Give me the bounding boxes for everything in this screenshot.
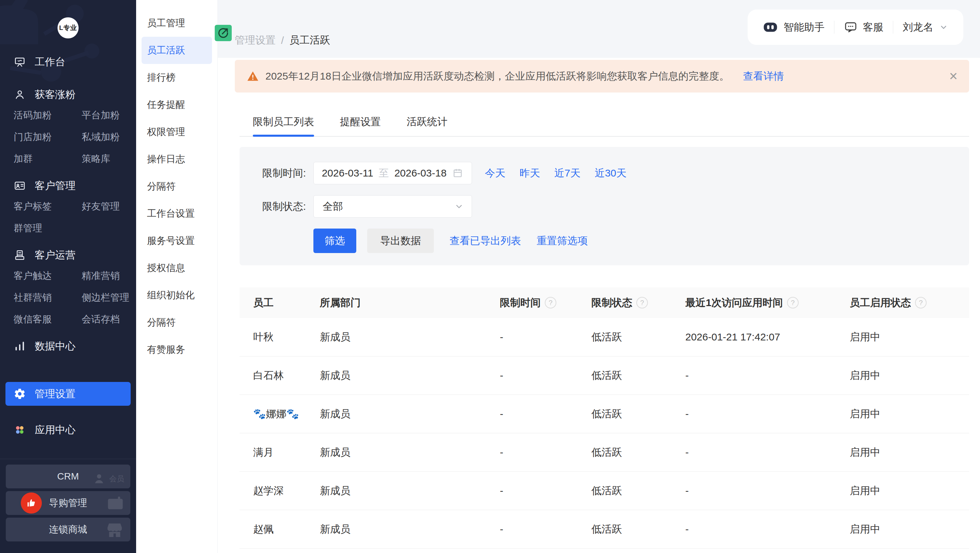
table-cell: - [685,523,850,535]
sidebar-subitem-客户触达[interactable]: 客户触达 [14,271,82,281]
quick-range-近30天[interactable]: 近30天 [595,166,627,180]
sidebar-subgroup: 活码加粉平台加粉门店加粉私域加粉加群策略库 [0,111,136,164]
sidebar-subitem-活码加粉[interactable]: 活码加粉 [14,111,82,120]
primary-nav: 工作台获客涨粉活码加粉平台加粉门店加粉私域加粉加群策略库客户管理客户标签好友管理… [0,38,136,442]
sidebar-item-客户管理[interactable]: 客户管理 [0,174,136,198]
submenu-item-任务提醒[interactable]: 任务提醒 [136,91,218,118]
sidebar-card-导购管理[interactable]: 导购管理 [6,491,130,515]
chevron-down-icon [454,201,464,211]
open-external-badge[interactable] [215,25,232,41]
submenu-item-有赞服务[interactable]: 有赞服务 [136,336,218,363]
submenu-item-组织初始化[interactable]: 组织初始化 [136,281,218,309]
sidebar-item-应用中心[interactable]: 应用中心 [0,418,136,442]
sidebar-item-label: 获客涨粉 [35,88,76,102]
date-range-input[interactable]: 2026-03-11 至 2026-03-18 [313,162,472,184]
filter-button[interactable]: 筛选 [313,229,356,253]
reset-filters-link[interactable]: 重置筛选项 [537,234,588,248]
breadcrumb-parent[interactable]: 管理设置 [235,33,275,47]
help-icon[interactable]: ? [545,297,556,308]
store-icon [105,520,124,539]
quick-range-昨天[interactable]: 昨天 [520,166,540,180]
table-cell: 启用中 [850,330,969,344]
sidebar-item-获客涨粉[interactable]: 获客涨粉 [0,83,136,106]
help-icon[interactable]: ? [915,297,927,308]
sidebar-subitem-微信客服[interactable]: 微信客服 [14,315,82,324]
filter-row-time: 限制时间: 2026-03-11 至 2026-03-18 今天昨天近7天近30… [240,162,969,184]
submenu-item-操作日志[interactable]: 操作日志 [136,146,218,173]
sidebar-card-label: CRM [57,471,79,482]
app-root: L专业 工作台获客涨粉活码加粉平台加粉门店加粉私域加粉加群策略库客户管理客户标签… [0,0,980,553]
sidebar-subitem-私域加粉[interactable]: 私域加粉 [82,132,136,142]
sidebar-subitem-平台加粉[interactable]: 平台加粉 [82,111,136,120]
submenu-item-排行榜[interactable]: 排行榜 [136,64,218,91]
table-cell: 白石林 [253,369,320,383]
sidebar-card-CRM[interactable]: CRM会员 [6,465,130,488]
table-cell: 低活跃 [592,484,685,498]
sidebar-subitem-群管理[interactable]: 群管理 [14,224,82,233]
sidebar-subitem-会话存档[interactable]: 会话存档 [82,315,136,324]
thumb-icon [25,497,37,509]
sidebar-item-管理设置[interactable]: 管理设置 [5,382,130,406]
table-cell: 低活跃 [592,369,685,383]
support-button[interactable]: 客服 [844,21,883,34]
date-to-value: 2026-03-18 [395,167,447,179]
column-header-限制时间: 限制时间? [500,296,592,310]
ai-assistant-button[interactable]: 智能助手 [762,21,824,34]
sidebar-item-label: 客户运营 [35,248,76,262]
table-cell: - [500,331,592,343]
quick-range-近7天[interactable]: 近7天 [554,166,581,180]
column-header-最近1次访问应用时间: 最近1次访问应用时间? [685,296,850,310]
column-header-限制状态: 限制状态? [592,296,685,310]
submenu-item-分隔符[interactable]: 分隔符 [136,173,218,200]
submenu-item-服务号设置[interactable]: 服务号设置 [136,227,218,254]
tab-活跃统计[interactable]: 活跃统计 [407,108,447,136]
view-exported-link[interactable]: 查看已导出列表 [450,234,521,248]
help-icon[interactable]: ? [636,297,648,308]
table-cell: 新成员 [320,523,500,536]
submenu-item-授权信息[interactable]: 授权信息 [136,254,218,281]
filter-row-actions: 筛选 导出数据 查看已导出列表 重置筛选项 [313,229,969,253]
date-range-separator: 至 [379,166,389,180]
sidebar-subitem-侧边栏管理[interactable]: 侧边栏管理 [82,293,136,302]
table-cell: - [685,370,850,381]
time-filter-label: 限制时间: [240,166,306,180]
sidebar-subitem-好友管理[interactable]: 好友管理 [82,202,136,211]
sidebar-item-工作台[interactable]: 工作台 [0,50,136,74]
sidebar-item-数据中心[interactable]: 数据中心 [0,334,136,358]
export-data-button[interactable]: 导出数据 [367,229,434,253]
sidebar-card-连锁商城[interactable]: 连锁商城 [6,518,130,542]
sidebar-subitem-社群营销[interactable]: 社群营销 [14,293,82,302]
table-row: 满月新成员-低活跃-启用中 [240,433,969,472]
sidebar-subitem-门店加粉[interactable]: 门店加粉 [14,132,82,142]
submenu-item-员工活跃[interactable]: 员工活跃 [142,37,212,64]
column-header-员工: 员工 [253,296,320,310]
table-row: 🐾娜娜🐾新成员-低活跃-启用中 [240,395,969,433]
close-icon[interactable]: × [949,69,958,83]
sidebar-item-客户运营[interactable]: 客户运营 [0,243,136,267]
filter-row-status: 限制状态: 全部 [240,195,969,218]
tab-提醒设置[interactable]: 提醒设置 [340,108,381,136]
help-icon[interactable]: ? [787,297,799,308]
sidebar-footer: CRM会员导购管理连锁商城 [0,459,136,553]
submenu-item-员工管理[interactable]: 员工管理 [136,10,218,37]
warning-banner-text: 2025年12月18日企业微信增加应用活跃度动态检测，企业应用低活跃将影响您获取… [266,69,729,83]
sidebar-subitem-精准营销[interactable]: 精准营销 [82,271,136,281]
brand-logo[interactable]: L专业 [57,17,79,38]
submenu-item-权限管理[interactable]: 权限管理 [136,118,218,146]
view-details-link[interactable]: 查看详情 [743,69,784,83]
sidebar-subitem-加群[interactable]: 加群 [14,154,82,164]
tab-限制员工列表[interactable]: 限制员工列表 [253,108,314,136]
operate-icon [14,249,26,261]
user-menu[interactable]: 刘龙名 [903,21,948,34]
status-select[interactable]: 全部 [313,195,472,218]
submenu-item-工作台设置[interactable]: 工作台设置 [136,200,218,227]
external-link-icon [217,27,230,40]
sidebar-subitem-客户标签[interactable]: 客户标签 [14,202,82,211]
gear-icon [14,388,26,400]
column-header-员工启用状态: 员工启用状态? [850,296,969,310]
quick-range-今天[interactable]: 今天 [485,166,505,180]
table-cell: - [500,523,592,535]
table-cell: 赵佩 [253,523,320,536]
sidebar-subitem-策略库[interactable]: 策略库 [82,154,136,164]
submenu-item-分隔符[interactable]: 分隔符 [136,309,218,336]
